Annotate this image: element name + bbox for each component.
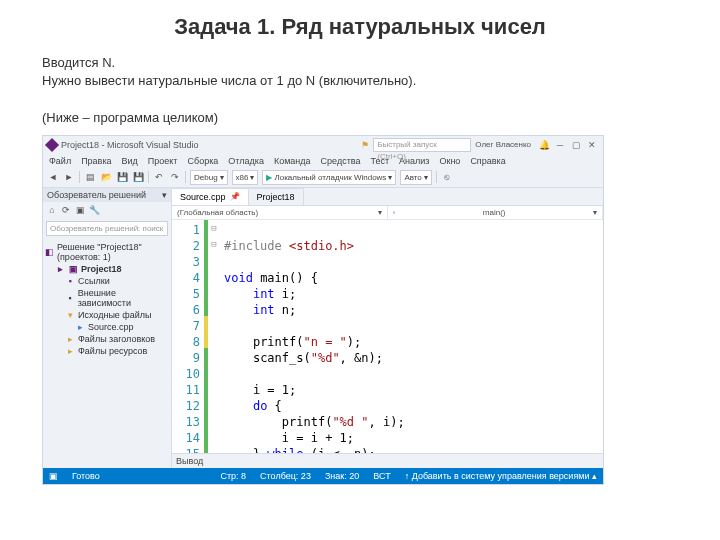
status-line: Стр: 8 <box>220 471 246 481</box>
notification-icon[interactable]: 🔔 <box>539 140 549 150</box>
tab-project[interactable]: Project18 <box>249 188 304 205</box>
source-file-node[interactable]: ▸Source.cpp <box>45 321 169 333</box>
tab-source[interactable]: Source.cpp📌 <box>172 188 249 205</box>
menu-help[interactable]: Справка <box>470 156 505 166</box>
status-col: Столбец: 23 <box>260 471 311 481</box>
status-bar: ▣ Готово Стр: 8 Столбец: 23 Знак: 20 ВСТ… <box>43 468 603 484</box>
save-all-icon[interactable]: 💾 <box>132 171 144 183</box>
menu-debug[interactable]: Отладка <box>228 156 264 166</box>
window-title: Project18 - Microsoft Visual Studio <box>61 140 357 150</box>
editor-pane: Source.cpp📌 Project18 (Глобальная област… <box>172 188 603 468</box>
pin-icon[interactable]: 📌 <box>230 192 240 201</box>
window-titlebar: Project18 - Microsoft Visual Studio ⚑ Бы… <box>43 136 603 154</box>
references-node[interactable]: ▪Ссылки <box>45 275 169 287</box>
save-icon[interactable]: 💾 <box>116 171 128 183</box>
slide-line-2: Нужно вывести натуральные числа от 1 до … <box>42 73 416 88</box>
status-char: Знак: 20 <box>325 471 359 481</box>
minimize-button[interactable]: ─ <box>553 139 567 151</box>
redo-icon[interactable]: ↷ <box>169 171 181 183</box>
close-button[interactable]: ✕ <box>585 139 599 151</box>
quick-launch-input[interactable]: Быстрый запуск (Ctrl+Q) <box>373 138 471 152</box>
solution-node[interactable]: ◧Решение "Project18" (проектов: 1) <box>45 241 169 263</box>
new-file-icon[interactable]: ▤ <box>84 171 96 183</box>
vs-logo-icon <box>45 138 59 152</box>
maximize-button[interactable]: ▢ <box>569 139 583 151</box>
menu-build[interactable]: Сборка <box>188 156 219 166</box>
menu-analyze[interactable]: Анализ <box>399 156 429 166</box>
menu-file[interactable]: Файл <box>49 156 71 166</box>
flag-icon[interactable]: ⚑ <box>361 140 369 150</box>
header-folder-node[interactable]: ▸Файлы заголовков <box>45 333 169 345</box>
nav-fwd-icon[interactable]: ► <box>63 171 75 183</box>
slide-body: Вводится N. Нужно вывести натуральные чи… <box>0 48 720 135</box>
main-toolbar: ◄ ► ▤ 📂 💾 💾 ↶ ↷ Debug▾ x86▾ ▶Локальный о… <box>43 168 603 188</box>
resource-folder-node[interactable]: ▸Файлы ресурсов <box>45 345 169 357</box>
menu-bar: Файл Правка Вид Проект Сборка Отладка Ко… <box>43 154 603 168</box>
play-icon: ▶ <box>266 173 272 182</box>
solution-explorer-header: Обозреватель решений ▾ <box>43 188 171 202</box>
visual-studio-window: Project18 - Microsoft Visual Studio ⚑ Бы… <box>42 135 604 485</box>
status-insert: ВСТ <box>373 471 390 481</box>
extra-dropdown[interactable]: Авто▾ <box>400 170 431 185</box>
status-ready: Готово <box>72 471 100 481</box>
collapse-icon[interactable]: ▣ <box>74 204 86 216</box>
start-debug-button[interactable]: ▶Локальный отладчик Windows▾ <box>262 170 396 185</box>
code-text[interactable]: #include <stdio.h> void main() { int i; … <box>220 220 603 453</box>
undo-icon[interactable]: ↶ <box>153 171 165 183</box>
menu-test[interactable]: Тест <box>370 156 389 166</box>
code-editor[interactable]: 1234 5678 9101112 13141516 ⊟ ⊟ #include … <box>172 220 603 453</box>
status-ready-icon: ▣ <box>49 471 58 481</box>
fold-column[interactable]: ⊟ ⊟ <box>208 220 220 453</box>
external-deps-node[interactable]: ▪Внешние зависимости <box>45 287 169 309</box>
open-file-icon[interactable]: 📂 <box>100 171 112 183</box>
home-icon[interactable]: ⌂ <box>46 204 58 216</box>
nav-back-icon[interactable]: ◄ <box>47 171 59 183</box>
solution-explorer: Обозреватель решений ▾ ⌂ ⟳ ▣ 🔧 Обозреват… <box>43 188 172 468</box>
project-node[interactable]: ▸▣Project18 <box>45 263 169 275</box>
config-dropdown[interactable]: Debug▾ <box>190 170 228 185</box>
editor-tabstrip: Source.cpp📌 Project18 <box>172 188 603 206</box>
menu-edit[interactable]: Правка <box>81 156 111 166</box>
output-tab[interactable]: Вывод <box>172 453 603 468</box>
slide-line-3: (Ниже – программа целиком) <box>42 110 218 125</box>
line-gutter: 1234 5678 9101112 13141516 <box>172 220 204 453</box>
status-scm[interactable]: ↑ Добавить в систему управления версиями… <box>405 471 597 481</box>
menu-project[interactable]: Проект <box>148 156 178 166</box>
refresh-icon[interactable]: ⟳ <box>60 204 72 216</box>
scope-bar: (Глобальная область)▾ ◦ main()▾ <box>172 206 603 220</box>
solution-search-input[interactable]: Обозреватель решений: поиск <box>46 221 168 236</box>
slide-title: Задача 1. Ряд натуральных чисел <box>0 0 720 48</box>
menu-window[interactable]: Окно <box>439 156 460 166</box>
menu-view[interactable]: Вид <box>122 156 138 166</box>
properties-icon[interactable]: 🔧 <box>88 204 100 216</box>
slide-line-1: Вводится N. <box>42 55 115 70</box>
solution-tree: ◧Решение "Project18" (проектов: 1) ▸▣Pro… <box>43 239 171 359</box>
panel-dropdown-icon[interactable]: ▾ <box>162 190 167 200</box>
scope-left-dropdown[interactable]: (Глобальная область)▾ <box>172 206 388 219</box>
scope-right-dropdown[interactable]: ◦ main()▾ <box>388 206 604 219</box>
platform-dropdown[interactable]: x86▾ <box>232 170 259 185</box>
source-folder-node[interactable]: ▾Исходные файлы <box>45 309 169 321</box>
user-name[interactable]: Олег Власенко <box>475 140 531 149</box>
menu-tools[interactable]: Средства <box>321 156 361 166</box>
tool-icon[interactable]: ⎋ <box>441 171 453 183</box>
menu-team[interactable]: Команда <box>274 156 311 166</box>
